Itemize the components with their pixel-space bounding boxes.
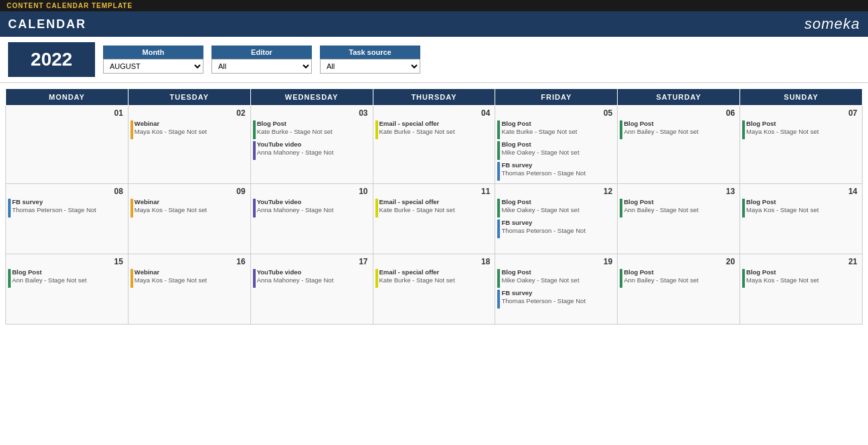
day-cell-19: 19Blog PostMike Oakey - Stage Not setFB …	[495, 254, 618, 325]
event-person: Thomas Peterson - Stage Not	[12, 206, 96, 214]
event-17-0: YouTube videoAnna Mahoney - Stage Not	[253, 268, 371, 288]
event-title: Blog Post	[624, 120, 698, 128]
event-title: FB survey	[12, 198, 96, 206]
event-21-0: Blog PostMaya Kos - Stage Not set	[742, 268, 860, 288]
event-content: Email - special offerKate Burke - Stage …	[379, 268, 455, 285]
month-control: Month AUGUST	[103, 46, 203, 74]
event-bar	[620, 120, 622, 139]
event-bar	[497, 199, 500, 217]
event-person: Maya Kos - Stage Not set	[746, 276, 818, 284]
event-person: Kate Burke - Stage Not set	[379, 128, 455, 136]
event-bar	[131, 120, 133, 139]
event-title: FB survey	[501, 161, 586, 169]
event-bar	[375, 120, 378, 139]
event-14-0: Blog PostMaya Kos - Stage Not set	[742, 198, 860, 217]
day-number: 17	[253, 256, 371, 268]
day-number: 05	[497, 107, 615, 120]
day-cell-14: 14Blog PostMaya Kos - Stage Not set	[740, 184, 863, 254]
event-bar	[497, 219, 500, 238]
weekday-header-row: MONDAYTUESDAYWEDNESDAYTHURSDAYFRIDAYSATU…	[6, 89, 863, 106]
event-03-1: YouTube videoAnna Mahoney - Stage Not	[253, 141, 371, 160]
event-content: Blog PostAnn Bailey - Stage Not set	[624, 120, 698, 137]
header-bar: CALENDAR someka	[0, 11, 868, 37]
day-number: 14	[742, 185, 860, 198]
event-title: Blog Post	[624, 198, 698, 206]
event-bar	[620, 199, 622, 217]
day-cell-07: 07Blog PostMaya Kos - Stage Not set	[740, 106, 863, 184]
event-title: Blog Post	[501, 198, 579, 206]
event-content: Email - special offerKate Burke - Stage …	[379, 120, 455, 137]
event-bar	[497, 269, 500, 288]
calendar-grid: MONDAYTUESDAYWEDNESDAYTHURSDAYFRIDAYSATU…	[5, 88, 863, 325]
event-person: Maya Kos - Stage Not set	[746, 206, 818, 214]
day-number: 07	[742, 107, 860, 120]
task-source-select[interactable]: All	[320, 59, 420, 74]
day-number: 01	[8, 107, 126, 120]
event-person: Ann Bailey - Stage Not set	[624, 276, 698, 284]
calendar-wrapper: MONDAYTUESDAYWEDNESDAYTHURSDAYFRIDAYSATU…	[0, 83, 868, 330]
month-select[interactable]: AUGUST	[103, 59, 203, 74]
event-12-1: FB surveyThomas Peterson - Stage Not	[497, 219, 615, 238]
day-cell-13: 13Blog PostAnn Bailey - Stage Not set	[618, 184, 740, 254]
event-title: YouTube video	[257, 268, 334, 276]
event-title: Blog Post	[746, 198, 818, 206]
event-title: Blog Post	[501, 141, 579, 149]
event-content: YouTube videoAnna Mahoney - Stage Not	[257, 141, 334, 157]
day-cell-18: 18Email - special offerKate Burke - Stag…	[373, 254, 495, 325]
week-row-3: 15Blog PostAnn Bailey - Stage Not set16W…	[6, 254, 863, 325]
task-source-control: Task source All	[320, 46, 420, 74]
event-bar	[497, 162, 500, 181]
event-person: Anna Mahoney - Stage Not	[257, 276, 334, 284]
event-content: Blog PostKate Burke - Stage Not set	[501, 120, 577, 137]
editor-select[interactable]: All	[211, 59, 312, 74]
event-content: WebinarMaya Kos - Stage Not set	[135, 198, 207, 215]
event-bar	[620, 269, 622, 288]
event-content: FB surveyThomas Peterson - Stage Not	[501, 161, 586, 178]
day-cell-05: 05Blog PostKate Burke - Stage Not setBlo…	[495, 106, 618, 184]
day-cell-08: 08FB surveyThomas Peterson - Stage Not	[6, 184, 128, 254]
event-content: YouTube videoAnna Mahoney - Stage Not	[257, 268, 334, 285]
event-10-0: YouTube videoAnna Mahoney - Stage Not	[253, 198, 371, 217]
brand-logo: someka	[804, 15, 860, 33]
event-person: Maya Kos - Stage Not set	[135, 128, 207, 136]
event-08-0: FB surveyThomas Peterson - Stage Not	[8, 198, 126, 217]
event-title: Blog Post	[746, 268, 818, 276]
event-11-0: Email - special offerKate Burke - Stage …	[375, 198, 493, 217]
event-content: Blog PostMike Oakey - Stage Not set	[501, 198, 579, 215]
event-bar	[742, 199, 745, 217]
event-person: Anna Mahoney - Stage Not	[257, 149, 334, 157]
event-title: FB survey	[501, 219, 586, 227]
event-person: Thomas Peterson - Stage Not	[501, 227, 586, 235]
event-title: Blog Post	[746, 120, 818, 128]
event-bar	[8, 269, 11, 288]
event-person: Ann Bailey - Stage Not set	[12, 276, 86, 284]
event-16-0: WebinarMaya Kos - Stage Not set	[131, 268, 248, 288]
event-content: WebinarMaya Kos - Stage Not set	[135, 120, 207, 137]
day-number: 06	[620, 107, 737, 120]
day-number: 11	[375, 185, 493, 198]
calendar-title: CALENDAR	[8, 17, 86, 31]
day-cell-03: 03Blog PostKate Burke - Stage Not setYou…	[250, 106, 373, 184]
weekday-header-tuesday: TUESDAY	[128, 89, 250, 106]
event-content: Blog PostKate Burke - Stage Not set	[257, 120, 333, 137]
day-cell-06: 06Blog PostAnn Bailey - Stage Not set	[618, 106, 740, 184]
event-title: YouTube video	[257, 141, 334, 149]
event-07-0: Blog PostMaya Kos - Stage Not set	[742, 120, 860, 139]
day-number: 08	[8, 185, 126, 198]
top-bar-label: CONTENT CALENDAR TEMPLATE	[7, 2, 133, 9]
day-number: 03	[253, 107, 371, 120]
event-title: Blog Post	[257, 120, 333, 128]
event-content: FB surveyThomas Peterson - Stage Not	[501, 219, 586, 236]
event-bar	[742, 120, 745, 139]
event-title: Blog Post	[501, 120, 577, 128]
event-03-0: Blog PostKate Burke - Stage Not set	[253, 120, 371, 139]
event-09-0: WebinarMaya Kos - Stage Not set	[131, 198, 248, 217]
top-bar: CONTENT CALENDAR TEMPLATE	[0, 0, 868, 11]
event-title: FB survey	[501, 289, 586, 297]
event-person: Thomas Peterson - Stage Not	[501, 297, 586, 305]
weekday-header-monday: MONDAY	[6, 89, 128, 106]
month-label: Month	[103, 46, 203, 59]
event-05-1: Blog PostMike Oakey - Stage Not set	[497, 141, 615, 160]
day-cell-11: 11Email - special offerKate Burke - Stag…	[373, 184, 495, 254]
day-number: 21	[742, 256, 860, 268]
